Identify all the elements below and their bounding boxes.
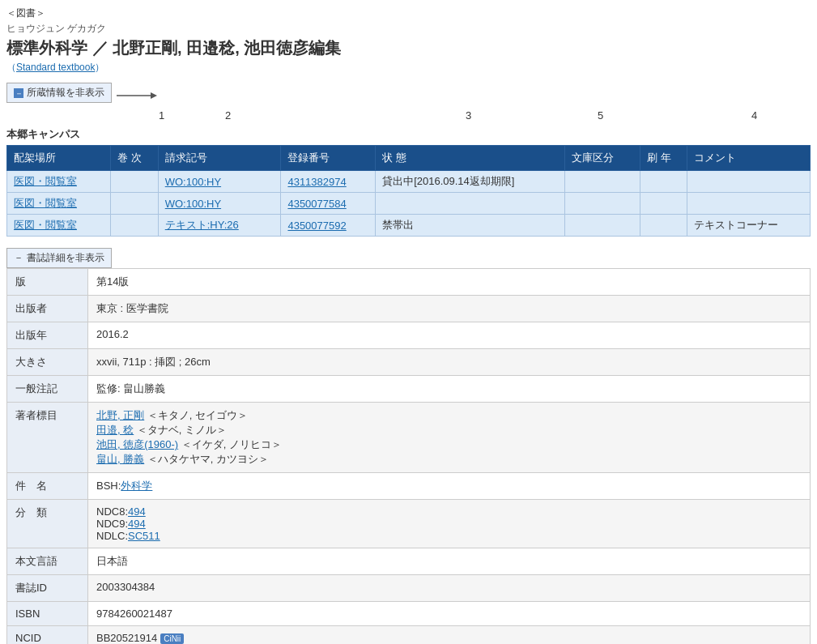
biblio-row: 書誌ID2003304384 (7, 575, 811, 602)
minus-icon: － (14, 88, 23, 98)
cell-year (640, 215, 687, 237)
cell-callnum: WO:100:HY (158, 193, 281, 215)
biblio-row: 大きさxxvii, 711p : 挿図 ; 26cm (7, 349, 811, 376)
biblio-row: 分 類NDC8:494NDC9:494NDLC:SC511 (7, 500, 811, 548)
holdings-table: 配架場所 巻 次 請求記号 登録番号 状 態 文庫区分 刷 年 コメント 医図・… (6, 145, 811, 237)
cell-vol (111, 215, 158, 237)
biblio-table: 版第14版出版者東京 : 医学書院出版年2016.2大きさxxvii, 711p… (6, 268, 811, 644)
biblio-row: 出版年2016.2 (7, 322, 811, 349)
biblio-value: 北野, 正剛 ＜キタノ, セイゴウ＞田邉, 稔 ＜タナベ, ミノル＞池田, 徳彦… (88, 403, 811, 473)
biblio-section: － 書誌詳細を非表示 版第14版出版者東京 : 医学書院出版年2016.2大きさ… (6, 248, 811, 644)
holdings-row: 医図・閲覧室テキスト:HY:264350077592禁帯出テキストコーナー (7, 215, 811, 237)
biblio-label: NCID (7, 626, 88, 645)
cell-comment (687, 193, 811, 215)
col-header-year: 刷 年 (640, 146, 687, 171)
col-header-bunko: 文庫区分 (564, 146, 640, 171)
cell-vol (111, 171, 158, 193)
biblio-label: 版 (7, 269, 88, 296)
biblio-value: 2003304384 (88, 575, 811, 602)
cell-bunko (564, 215, 640, 237)
biblio-label: 分 類 (7, 500, 88, 548)
cell-location: 医図・閲覧室 (7, 215, 111, 237)
biblio-row: 本文言語日本語 (7, 548, 811, 575)
cell-callnum: WO:100:HY (158, 171, 281, 193)
col-header-status: 状 態 (376, 146, 564, 171)
cell-regnum: 4311382974 (281, 171, 376, 193)
biblio-value: 日本語 (88, 548, 811, 575)
biblio-row: 件 名BSH:外科学 (7, 473, 811, 500)
cell-location: 医図・閲覧室 (7, 171, 111, 193)
holdings-row: 医図・閲覧室WO:100:HY4350077584 (7, 193, 811, 215)
cell-location: 医図・閲覧室 (7, 193, 111, 215)
biblio-row: 一般注記監修: 畠山勝義 (7, 376, 811, 403)
biblio-label: 出版年 (7, 322, 88, 349)
biblio-row: 出版者東京 : 医学書院 (7, 296, 811, 322)
biblio-value: xxvii, 711p : 挿図 ; 26cm (88, 349, 811, 376)
biblio-row: NCIDBB20521914CiNii (7, 626, 811, 645)
biblio-label: 本文言語 (7, 548, 88, 575)
biblio-toggle-label: 書誌詳細を非表示 (27, 251, 104, 265)
biblio-value: 2016.2 (88, 322, 811, 349)
arrow-annotation (117, 88, 157, 103)
num-label-1: 1 (159, 109, 164, 122)
num-label-4: 4 (751, 109, 757, 122)
biblio-value: BSH:外科学 (88, 473, 811, 500)
book-category: ＜図書＞ (6, 6, 811, 20)
cell-comment (687, 171, 811, 193)
biblio-label: 一般注記 (7, 376, 88, 403)
biblio-value: NDC8:494NDC9:494NDLC:SC511 (88, 500, 811, 548)
cell-comment: テキストコーナー (687, 215, 811, 237)
num-label-5: 5 (598, 109, 603, 122)
biblio-value: 東京 : 医学書院 (88, 296, 811, 322)
cell-callnum: テキスト:HY:26 (158, 215, 281, 237)
book-subtitle: （Standard textbook） (6, 61, 811, 75)
biblio-label: ISBN (7, 602, 88, 626)
biblio-label: 大きさ (7, 349, 88, 376)
cell-bunko (564, 193, 640, 215)
holdings-toggle[interactable]: － 所蔵情報を非表示 (6, 83, 112, 103)
col-header-callnum: 請求記号 (158, 146, 281, 171)
biblio-value: 9784260021487 (88, 602, 811, 626)
biblio-value: 監修: 畠山勝義 (88, 376, 811, 403)
biblio-row: ISBN9784260021487 (7, 602, 811, 626)
holdings-section: － 所蔵情報を非表示 1 2 3 5 4 本郷キャンパス 配架場所 巻 次 請求… (6, 83, 811, 237)
col-header-comment: コメント (687, 146, 811, 171)
biblio-toggle[interactable]: － 書誌詳細を非表示 (6, 248, 112, 268)
biblio-value: BB20521914CiNii (88, 626, 811, 645)
cell-status: 禁帯出 (376, 215, 564, 237)
biblio-value: 第14版 (88, 269, 811, 296)
book-reading: ヒョウジュン ゲカガク (6, 22, 811, 36)
cell-regnum: 4350077584 (281, 193, 376, 215)
col-header-regnum: 登録番号 (281, 146, 376, 171)
book-title: 標準外科学 ／ 北野正剛, 田邉稔, 池田徳彦編集 (6, 37, 811, 59)
cell-vol (111, 193, 158, 215)
biblio-label: 出版者 (7, 296, 88, 322)
biblio-label: 件 名 (7, 473, 88, 500)
cell-year (640, 171, 687, 193)
svg-marker-1 (151, 92, 157, 99)
col-header-location: 配架場所 (7, 146, 111, 171)
cell-bunko (564, 171, 640, 193)
standard-textbook-link[interactable]: Standard textbook (16, 62, 95, 73)
cell-regnum: 4350077592 (281, 215, 376, 237)
holdings-row: 医図・閲覧室WO:100:HY4311382974貸出中[2016.09.14返… (7, 171, 811, 193)
num-label-3: 3 (466, 109, 471, 122)
arrow-icon (117, 88, 157, 103)
cell-year (640, 193, 687, 215)
col-header-vol: 巻 次 (111, 146, 158, 171)
campus-label: 本郷キャンパス (6, 127, 811, 142)
biblio-row: 著者標目北野, 正剛 ＜キタノ, セイゴウ＞田邉, 稔 ＜タナベ, ミノル＞池田… (7, 403, 811, 473)
cell-status: 貸出中[2016.09.14返却期限] (376, 171, 564, 193)
holdings-toggle-label: 所蔵情報を非表示 (27, 86, 104, 100)
cinii-badge[interactable]: CiNii (160, 633, 184, 644)
biblio-label: 書誌ID (7, 575, 88, 602)
biblio-label: 著者標目 (7, 403, 88, 473)
cell-status (376, 193, 564, 215)
minus-icon-biblio: － (14, 251, 23, 265)
num-label-2: 2 (225, 109, 231, 122)
biblio-row: 版第14版 (7, 269, 811, 296)
